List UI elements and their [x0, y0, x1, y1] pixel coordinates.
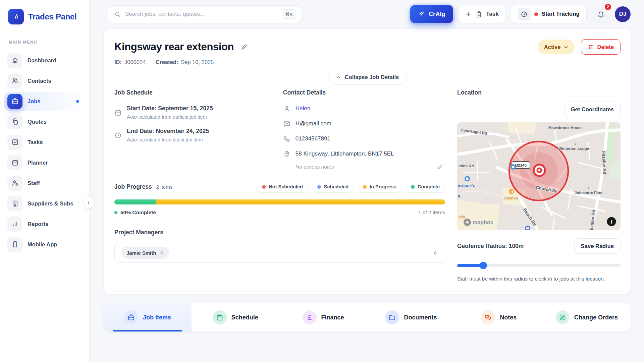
chat-icon — [481, 310, 495, 324]
bell-icon — [597, 10, 605, 18]
logo[interactable]: Trades Panel — [0, 0, 89, 26]
sidebar-item-label: Staff — [28, 180, 40, 186]
svg-text:Mewsbrook House: Mewsbrook House — [548, 126, 583, 130]
topbar: ⌘K CrAIg Task Start Tracking 2 — [90, 0, 644, 26]
user-gear-icon — [7, 176, 22, 191]
search-input[interactable] — [125, 11, 278, 17]
collapse-job-details-button[interactable]: Collapse Job Details — [328, 70, 407, 84]
sidebar-item-label: Contacts — [28, 78, 51, 84]
craig-button[interactable]: CrAIg — [410, 5, 453, 23]
sidebar-item-dashboard[interactable]: Dashboard — [4, 51, 85, 70]
schedule-item-title: Start Date: September 15, 2025 — [127, 105, 213, 112]
mapbox-logo: mapbox — [464, 219, 493, 226]
schedule-list: Start Date: September 15, 2025 Auto-calc… — [114, 105, 283, 142]
tab-label: Notes — [500, 314, 517, 321]
sidebar-item-reports[interactable]: Reports — [4, 215, 85, 233]
divider: Collapse Job Details — [114, 77, 621, 77]
start-tracking-button[interactable]: Start Tracking — [511, 5, 587, 23]
tab-finance[interactable]: Finance — [279, 303, 367, 331]
svg-text:alia: alia — [459, 215, 465, 219]
project-managers-select[interactable]: Jamie Smith — [114, 243, 445, 263]
slider-thumb[interactable] — [480, 262, 487, 269]
edit-title-icon[interactable] — [240, 44, 248, 51]
sidebar-item-staff[interactable]: Staff — [4, 174, 85, 192]
contact-details-section: Contact Details HelenH@gmail.com01234567… — [283, 89, 445, 170]
clock-icon — [518, 8, 531, 20]
sidebar-section-label: MAIN MENU — [0, 26, 89, 49]
users-icon — [7, 73, 22, 88]
sidebar-item-planner[interactable]: Planner — [4, 153, 85, 172]
person-icon — [283, 105, 290, 112]
tab-notes[interactable]: Notes — [455, 303, 543, 331]
remove-manager-icon[interactable] — [160, 250, 164, 256]
svg-text:Jobcentre Plus: Jobcentre Plus — [575, 191, 602, 195]
page-title: Kingsway rear extension — [114, 41, 234, 53]
legend-dot — [363, 185, 367, 189]
contact-row: 01234567891 — [283, 135, 445, 142]
tab-schedule[interactable]: Schedule — [192, 303, 279, 331]
job-schedule-heading: Job Schedule — [114, 89, 283, 96]
contact-row: Helen — [283, 105, 445, 112]
sidebar-item-label: Planner — [28, 160, 48, 166]
sidebar-item-quotes[interactable]: Quotes — [4, 112, 85, 131]
svg-text:rtins Rd: rtins Rd — [459, 164, 474, 168]
sidebar-item-label: Mobile App — [28, 241, 57, 248]
map[interactable]: B2140 — [457, 122, 621, 230]
svg-text:Winterton Lodge: Winterton Lodge — [558, 146, 589, 150]
search-icon — [114, 11, 121, 18]
job-progress-section: Job Progress 2 items Not Scheduled Sched… — [114, 181, 445, 216]
tab-label: Schedule — [231, 314, 258, 321]
sidebar-item-suppliers-subs[interactable]: Suppliers & Subs — [4, 194, 85, 213]
clipboard-icon — [475, 11, 482, 18]
tab-job-items[interactable]: Job Items — [104, 303, 192, 331]
sidebar-collapse-button[interactable] — [83, 197, 94, 208]
job-tabbar: Job Items Schedule Finance Documents Not… — [104, 303, 631, 331]
sidebar-item-contacts[interactable]: Contacts — [4, 71, 85, 90]
contact-person-value[interactable]: Helen — [296, 105, 310, 112]
sidebar-item-tasks[interactable]: Tasks — [4, 133, 85, 152]
legend-label: In Progress — [370, 184, 396, 189]
status-badge[interactable]: Active — [538, 40, 575, 54]
pin-icon — [283, 150, 290, 158]
get-coordinates-button[interactable]: Get Coordinates — [564, 102, 621, 117]
job-created-label: Created: — [156, 59, 178, 65]
active-indicator-dot — [76, 100, 79, 103]
radius-slider[interactable] — [457, 262, 621, 269]
geofence-radius-label: Geofence Radius: 100m — [457, 243, 524, 250]
legend-label: Complete — [418, 184, 440, 189]
sidebar-item-label: Jobs — [28, 98, 41, 105]
legend-label: Scheduled — [324, 184, 348, 189]
job-schedule-section: Job Schedule Start Date: September 15, 2… — [114, 89, 283, 170]
sidebar-item-jobs[interactable]: Jobs — [4, 92, 85, 111]
avatar[interactable]: DJ — [615, 6, 631, 22]
contact-row: 58 Kingsway, Littlehampton, BN17 5EL — [283, 150, 445, 158]
sidebar-item-label: Quotes — [28, 119, 47, 125]
legend-label: Not Scheduled — [269, 184, 303, 189]
recording-dot — [534, 12, 538, 16]
tab-documents[interactable]: Documents — [367, 303, 455, 331]
progress-segment-complete — [114, 199, 156, 204]
delete-button[interactable]: Delete — [581, 39, 621, 55]
job-id-value: J000024 — [124, 59, 146, 65]
sparkles-icon — [418, 11, 425, 17]
schedule-item: End Date: November 24, 2025 Auto-calcula… — [114, 128, 283, 142]
add-task-button[interactable]: Task — [458, 5, 506, 23]
legend-scheduled: Scheduled — [312, 181, 354, 193]
sidebar-item-label: Reports — [28, 221, 48, 227]
search-box[interactable]: ⌘K — [108, 5, 301, 23]
legend-in-progress: In Progress — [358, 181, 402, 193]
location-heading: Location — [457, 89, 621, 96]
mail-icon — [283, 120, 290, 127]
tab-change-orders[interactable]: Change Orders — [543, 303, 631, 331]
sidebar-item-mobile-app[interactable]: Mobile App — [4, 235, 85, 254]
collapse-label: Collapse Job Details — [345, 74, 399, 80]
briefcase-icon — [7, 94, 22, 109]
save-radius-button[interactable]: Save Radius — [574, 238, 621, 254]
tab-label: Finance — [321, 314, 344, 321]
edit-access-notes-icon[interactable] — [437, 164, 443, 170]
calendar-icon — [114, 106, 122, 120]
access-notes: No access notes — [296, 164, 334, 170]
chevron-down-icon — [564, 45, 569, 50]
notification-badge: 2 — [604, 3, 612, 11]
phone-icon — [283, 135, 290, 142]
